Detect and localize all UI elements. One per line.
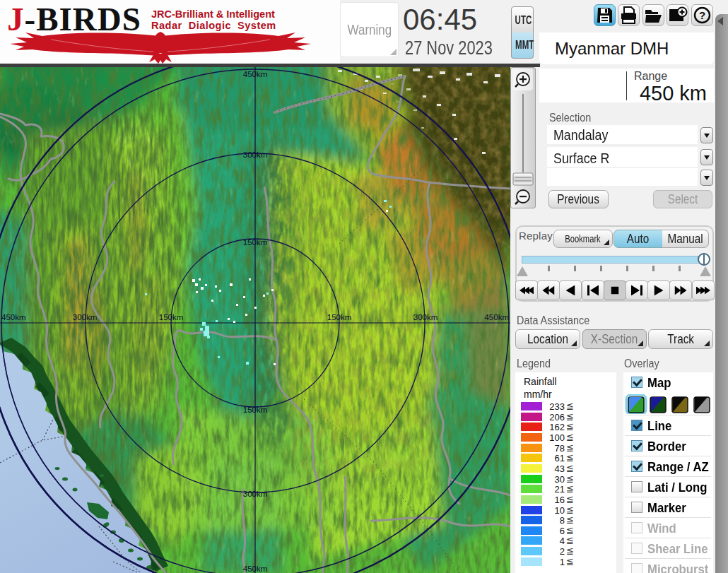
svg-text:150km: 150km (243, 406, 268, 414)
svg-text:300km: 300km (243, 150, 268, 159)
svg-text:150km: 150km (243, 238, 268, 247)
svg-text:300km: 300km (73, 313, 98, 321)
svg-text:150km: 150km (159, 313, 184, 321)
svg-text:450km: 450km (243, 565, 268, 573)
svg-text:450km: 450km (243, 70, 268, 78)
svg-text:450km: 450km (1, 313, 26, 321)
svg-text:450km: 450km (484, 313, 509, 321)
svg-text:150km: 150km (327, 313, 352, 321)
svg-text:300km: 300km (413, 313, 438, 321)
svg-text:300km: 300km (243, 490, 268, 498)
svg-text:?: ? (699, 9, 705, 21)
